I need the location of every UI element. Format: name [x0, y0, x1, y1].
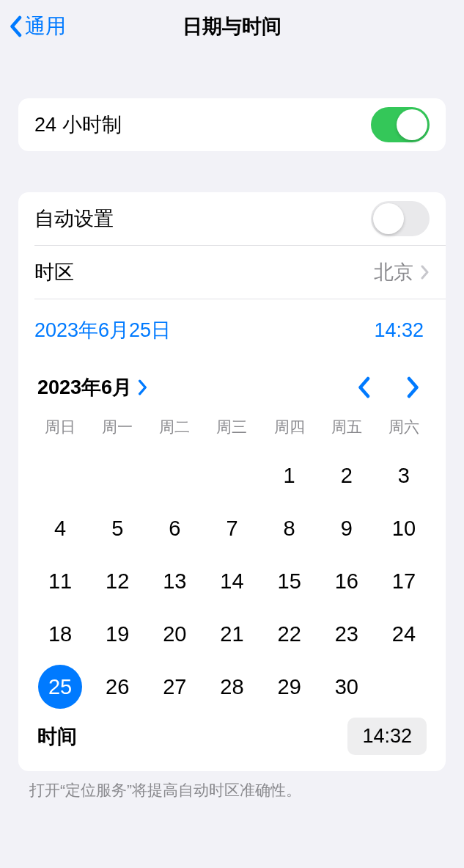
calendar-prev-button[interactable] — [356, 376, 371, 398]
calendar-day[interactable]: 24 — [375, 608, 432, 660]
date-display[interactable]: 2023年6月25日 — [34, 317, 171, 343]
calendar-day[interactable]: 11 — [32, 555, 89, 608]
timezone-label: 时区 — [34, 259, 374, 285]
calendar-day[interactable]: 29 — [261, 660, 318, 713]
calendar-month-label: 2023年6月 — [37, 374, 132, 401]
calendar-weekday: 周日 — [32, 411, 89, 449]
footer-note: 打开“定位服务”将提高自动时区准确性。 — [0, 771, 464, 800]
calendar-weekday: 周六 — [375, 411, 432, 449]
calendar-day[interactable]: 16 — [318, 555, 375, 608]
calendar-empty-cell — [203, 449, 260, 502]
calendar-day[interactable]: 18 — [32, 608, 89, 660]
auto-set-row: 自动设置 — [18, 192, 446, 245]
calendar-day[interactable]: 2 — [318, 449, 375, 502]
page-title: 日期与时间 — [183, 13, 281, 40]
calendar-empty-cell — [89, 449, 146, 502]
chevron-right-icon — [421, 265, 430, 280]
calendar-day[interactable]: 9 — [318, 502, 375, 555]
calendar-day[interactable]: 5 — [89, 502, 146, 555]
calendar-day[interactable]: 8 — [261, 502, 318, 555]
chevron-right-icon — [138, 379, 148, 395]
auto-set-label: 自动设置 — [34, 205, 371, 232]
calendar-day[interactable]: 23 — [318, 608, 375, 660]
calendar-weekday: 周四 — [261, 411, 318, 449]
calendar-day[interactable]: 28 — [203, 660, 260, 713]
calendar-day[interactable]: 10 — [375, 502, 432, 555]
calendar-weekday: 周三 — [203, 411, 260, 449]
calendar-next-button[interactable] — [406, 376, 421, 398]
calendar-weekday: 周二 — [146, 411, 203, 449]
time-display[interactable]: 14:32 — [374, 319, 424, 342]
calendar-day[interactable]: 22 — [261, 608, 318, 660]
calendar-day[interactable]: 20 — [146, 608, 203, 660]
calendar-weekday: 周五 — [318, 411, 375, 449]
calendar-day[interactable]: 26 — [89, 660, 146, 713]
auto-set-toggle[interactable] — [371, 201, 430, 236]
calendar-day[interactable]: 4 — [32, 502, 89, 555]
calendar-day[interactable]: 1 — [261, 449, 318, 502]
twentyfour-hour-row: 24 小时制 — [18, 98, 446, 151]
calendar-day[interactable]: 21 — [203, 608, 260, 660]
back-button[interactable]: 通用 — [9, 12, 66, 40]
calendar-day[interactable]: 6 — [146, 502, 203, 555]
calendar-empty-cell — [32, 449, 89, 502]
calendar-day[interactable]: 27 — [146, 660, 203, 713]
calendar-day[interactable]: 14 — [203, 555, 260, 608]
time-label: 时间 — [37, 723, 77, 750]
chevron-left-icon — [9, 15, 22, 37]
timezone-row[interactable]: 时区 北京 — [18, 246, 446, 299]
calendar-day[interactable]: 12 — [89, 555, 146, 608]
calendar-weekday: 周一 — [89, 411, 146, 449]
calendar-day[interactable]: 13 — [146, 555, 203, 608]
calendar-day[interactable]: 19 — [89, 608, 146, 660]
calendar-day[interactable]: 25 — [32, 660, 89, 713]
twentyfour-hour-toggle[interactable] — [371, 107, 430, 142]
calendar-day[interactable]: 15 — [261, 555, 318, 608]
calendar-day[interactable]: 30 — [318, 660, 375, 713]
calendar-month-button[interactable]: 2023年6月 — [37, 374, 148, 401]
calendar-day[interactable]: 7 — [203, 502, 260, 555]
time-value-button[interactable]: 14:32 — [347, 718, 427, 755]
timezone-value: 北京 — [374, 259, 413, 285]
twentyfour-hour-label: 24 小时制 — [34, 112, 371, 138]
calendar-empty-cell — [146, 449, 203, 502]
calendar-day[interactable]: 3 — [375, 449, 432, 502]
calendar-day[interactable]: 17 — [375, 555, 432, 608]
back-label: 通用 — [25, 12, 66, 40]
